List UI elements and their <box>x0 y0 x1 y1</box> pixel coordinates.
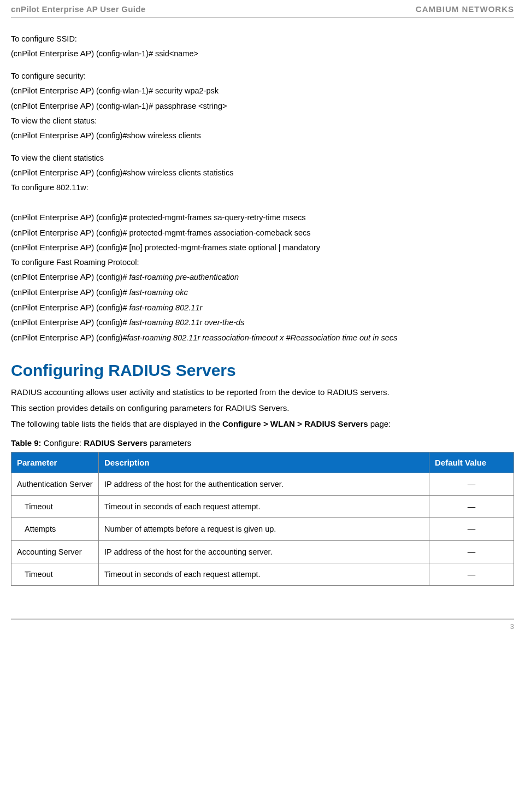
table-row: Timeout Timeout in seconds of each reque… <box>11 563 514 585</box>
context: (config-wlan-1)# <box>96 49 155 58</box>
cell-desc: IP address of the host for the accountin… <box>99 540 429 563</box>
brand-prefix: (cnPilot <box>11 86 39 95</box>
cell-desc: Timeout in seconds of each request attem… <box>99 563 429 585</box>
intro-security: To configure security: <box>11 70 514 81</box>
cell-param: Timeout <box>11 563 99 585</box>
cmd: security wpa2-psk <box>155 86 219 95</box>
context: (config)# <box>96 318 129 327</box>
brand-prefix: (cnPilot <box>11 318 39 327</box>
cli-client-status: (cnPilot Enterprise AP) (config)#show wi… <box>11 130 514 142</box>
brand-name: Enterprise AP <box>39 272 91 281</box>
th-default: Default Value <box>429 452 514 473</box>
cli-fr-okc: (cnPilot Enterprise AP) (config)# fast-r… <box>11 286 514 298</box>
cmd: ssid<name> <box>155 49 198 58</box>
brand-suffix: ) <box>91 228 96 237</box>
brand-prefix: (cnPilot <box>11 228 39 237</box>
intro-fast-roaming: To configure Fast Roaming Protocol: <box>11 257 514 268</box>
p3-post: page: <box>368 419 391 428</box>
context: (config)# <box>96 213 129 222</box>
cmd: show wireless clients statistics <box>127 168 233 177</box>
cli-fr-overds: (cnPilot Enterprise AP) (config)# fast-r… <box>11 316 514 328</box>
radius-params-table: Parameter Description Default Value Auth… <box>11 452 514 586</box>
page-number: 3 <box>11 620 514 632</box>
brand-prefix: (cnPilot <box>11 273 39 281</box>
context: (config-wlan-1)# <box>96 102 155 110</box>
footer: 3 <box>11 619 514 632</box>
cli-ssid: (cnPilot Enterprise AP) (config-wlan-1)#… <box>11 48 514 60</box>
brand-prefix: (cnPilot <box>11 131 39 140</box>
cli-pmf-sa-query: (cnPilot Enterprise AP) (config)# protec… <box>11 211 514 223</box>
table-row: Timeout Timeout in seconds of each reque… <box>11 496 514 518</box>
brand-name: Enterprise AP <box>39 317 91 327</box>
table-row: Accounting Server IP address of the host… <box>11 540 514 563</box>
intro-ssid: To configure SSID: <box>11 33 514 44</box>
cli-fr-reassoc: (cnPilot Enterprise AP) (config)#fast-ro… <box>11 332 514 344</box>
caption-mid: Configure: <box>44 438 84 448</box>
cmd: [no] protected-mgmt-frames state optiona… <box>129 243 320 252</box>
brand-suffix: ) <box>91 288 96 297</box>
context: (config)# <box>96 333 127 342</box>
content: To configure SSID: (cnPilot Enterprise A… <box>11 33 514 586</box>
cli-fr-preauth: (cnPilot Enterprise AP) (config)# fast-r… <box>11 271 514 283</box>
cell-param: Authentication Server <box>11 473 99 495</box>
cmd: fast-roaming 802.11r reassociation-timeo… <box>127 333 397 342</box>
brand-name: Enterprise AP <box>39 228 91 237</box>
brand-prefix: (cnPilot <box>11 333 39 342</box>
cmd: fast-roaming okc <box>129 288 187 297</box>
th-description: Description <box>99 452 429 473</box>
brand-suffix: ) <box>91 303 96 312</box>
cell-param: Accounting Server <box>11 540 99 563</box>
cmd: fast-roaming 802.11r <box>129 303 202 312</box>
context: (config)# <box>96 273 129 281</box>
table-row: Attempts Number of attempts before a req… <box>11 518 514 540</box>
brand-name: Enterprise AP <box>39 333 91 342</box>
cell-default: — <box>429 496 514 518</box>
cmd: passphrase <string> <box>155 102 227 110</box>
brand-suffix: ) <box>91 168 96 177</box>
cell-default: — <box>429 540 514 563</box>
cell-desc: Timeout in seconds of each request attem… <box>99 496 429 518</box>
brand-suffix: ) <box>91 318 96 327</box>
cell-default: — <box>429 518 514 540</box>
cell-desc: IP address of the host for the authentic… <box>99 473 429 495</box>
cell-default: — <box>429 473 514 495</box>
brand-suffix: ) <box>91 273 96 281</box>
table-header-row: Parameter Description Default Value <box>11 452 514 473</box>
header-left: cnPilot Enterprise AP User Guide <box>11 3 145 15</box>
context: (config)# <box>96 168 127 177</box>
header-right: CAMBIUM NETWORKS <box>416 3 514 15</box>
cli-client-stats: (cnPilot Enterprise AP) (config)#show wi… <box>11 167 514 179</box>
brand-name: Enterprise AP <box>39 243 91 252</box>
cell-param: Timeout <box>11 496 99 518</box>
brand-prefix: (cnPilot <box>11 243 39 252</box>
cli-security: (cnPilot Enterprise AP) (config-wlan-1)#… <box>11 85 514 97</box>
cmd: protected-mgmt-frames sa-query-retry-tim… <box>129 213 305 222</box>
brand-suffix: ) <box>91 243 96 252</box>
caption-post: parameters <box>148 438 191 448</box>
brand-suffix: ) <box>91 49 96 58</box>
caption-bold: RADIUS Servers <box>84 438 148 448</box>
brand-suffix: ) <box>91 102 96 110</box>
th-parameter: Parameter <box>11 452 99 473</box>
table-row: Authentication Server IP address of the … <box>11 473 514 495</box>
brand-prefix: (cnPilot <box>11 168 39 177</box>
table-caption: Table 9: Configure: RADIUS Servers param… <box>11 437 514 449</box>
context: (config)# <box>96 228 129 237</box>
radius-heading: Configuring RADIUS Servers <box>11 359 514 382</box>
intro-80211w: To configure 802.11w: <box>11 182 514 193</box>
cell-default: — <box>429 563 514 585</box>
brand-suffix: ) <box>91 333 96 342</box>
brand-name: Enterprise AP <box>39 287 91 297</box>
cmd: protected-mgmt-frames association-comeba… <box>129 228 310 237</box>
brand-name: Enterprise AP <box>39 213 91 222</box>
page-header: cnPilot Enterprise AP User Guide CAMBIUM… <box>11 0 514 18</box>
cmd: fast-roaming 802.11r over-the-ds <box>129 318 244 327</box>
cli-passphrase: (cnPilot Enterprise AP) (config-wlan-1)#… <box>11 100 514 112</box>
brand-name: Enterprise AP <box>39 131 91 140</box>
brand-suffix: ) <box>91 131 96 140</box>
brand-suffix: ) <box>91 213 96 222</box>
cli-fr-80211r: (cnPilot Enterprise AP) (config)# fast-r… <box>11 302 514 314</box>
intro-client-status: To view the client status: <box>11 115 514 126</box>
brand-prefix: (cnPilot <box>11 102 39 110</box>
intro-client-stats: To view the client statistics <box>11 152 514 163</box>
